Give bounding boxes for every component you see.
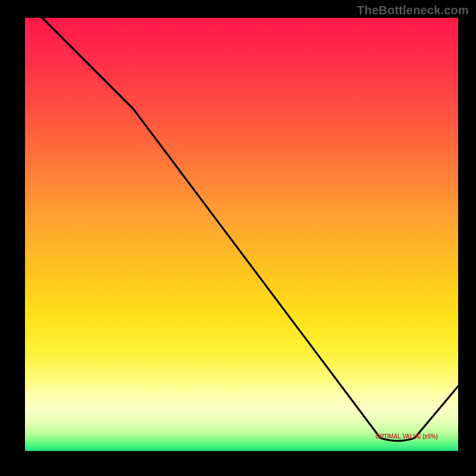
x-axis-bar	[18, 451, 458, 458]
y-axis-bar	[18, 18, 25, 458]
plot-area: OPTIMAL VALUE (±5%)	[18, 18, 458, 458]
watermark-text: TheBottleneck.com	[357, 4, 469, 17]
chart-stage: TheBottleneck.com OPTIMAL VALUE (±5%)	[0, 0, 476, 476]
bottleneck-curve-line	[42, 18, 458, 441]
optimal-value-label: OPTIMAL VALUE (±5%)	[375, 433, 437, 440]
curve-svg	[18, 18, 458, 458]
